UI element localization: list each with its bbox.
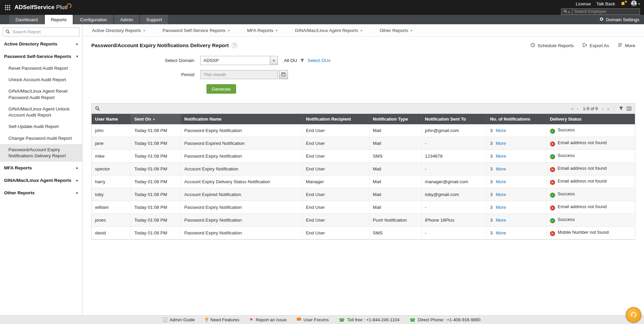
more-link[interactable]: More [496,154,506,159]
sidebar-item-unlock-account-audit-report[interactable]: Unlock Account Audit Report [0,74,82,86]
export-as-button[interactable]: Export As [582,43,609,48]
schedule-reports-button[interactable]: Schedule Reports [530,43,574,48]
topnav-other-reports[interactable]: Other Reports [380,28,412,33]
column-header-notification-type[interactable]: Notification Type [369,114,421,124]
ou-cluster: All OU Select OUs [284,58,330,63]
first-page-icon[interactable] [571,106,574,111]
calendar-button[interactable] [279,70,288,79]
cell-delivery-status: Success [546,150,635,163]
filter-icon[interactable] [619,106,623,111]
all-ou-label: All OU [284,58,297,63]
more-link[interactable]: More [496,128,506,133]
tab-support[interactable]: Support [140,15,168,24]
cell-sent-on: Today 01:08 PM [131,201,181,214]
select-domain-label: Select Domain [91,58,200,63]
cell-notification-name: Password Expiry Notification [181,150,302,163]
cell-user-name: john [92,124,131,137]
sidebar-section-mfa-reports[interactable]: MFA Reports [0,162,82,174]
sidebar-item-gina-mac-linux-agent-reset-password-audit-report[interactable]: GINA/Mac/Linux Agent Reset Password Audi… [0,86,82,103]
delivery-status-text: Success [558,217,575,222]
footer-link-direct-phone[interactable]: Direct Phone : +1-408-916-9890 [410,317,481,322]
column-header-user-name[interactable]: User Name [92,114,131,124]
cell-notification-type: SMS [369,150,421,163]
headset-icon [630,310,638,320]
column-header-label: Notification Type [373,117,408,122]
domain-select[interactable]: ADSSP [200,56,278,65]
sidebar-section-gina-mac-linux-agent-reports[interactable]: GINA/Mac/Linux Agent Reports [0,174,82,187]
sidebar-item-self-update-audit-report[interactable]: Self-Update Audit Report [0,121,82,132]
cell-notification-recipient: End User [302,163,369,175]
footer-link-report-an-issue[interactable]: Report an Issue [250,317,287,322]
more-button[interactable]: More [618,43,635,48]
tab-reports[interactable]: Reports [45,15,73,24]
column-header-delivery-status[interactable]: Delivery Status [546,114,635,124]
employee-search-input[interactable] [572,9,640,14]
header-left: ADSelfService Plus [5,4,72,11]
more-link[interactable]: More [496,141,506,146]
table-search-icon[interactable] [95,106,100,111]
report-search-input[interactable] [3,27,79,36]
cell-sent-on: Today 01:08 PM [131,150,181,163]
tab-admin[interactable]: Admin [114,15,139,24]
footer-link-admin-guide[interactable]: Admin Guide [163,317,195,322]
footer-links: Admin GuideNeed FeaturesReport an IssueU… [163,317,480,322]
more-link[interactable]: More [496,192,506,197]
more-link[interactable]: More [496,230,506,235]
help-icon[interactable] [232,43,237,48]
cell-notification-count: 3More [487,163,546,175]
sidebar-section-other-reports[interactable]: Other Reports [0,187,82,199]
footer-link-toll-free[interactable]: Toll free : +1-844-245-1104 [339,317,399,322]
topnav-gina-mac-linux-agent-reports[interactable]: GINA/Mac/Linux Agent Reports [295,28,362,33]
more-link[interactable]: More [496,218,506,223]
more-link[interactable]: More [496,179,506,184]
column-chooser-icon[interactable] [626,106,632,111]
generate-button[interactable]: Generate [206,84,236,94]
tab-dashboard[interactable]: Dashboard [9,15,44,24]
column-header-no-of-notifications[interactable]: No. of Notifications [487,114,546,124]
sidebar-item-gina-mac-linux-agent-unlock-account-audit-report[interactable]: GINA/Mac/Linux Agent Unlock Account Audi… [0,103,82,121]
license-link[interactable]: License [576,1,591,6]
apps-grid-icon[interactable] [5,5,10,10]
search-scope-dropdown[interactable] [561,9,572,14]
domain-select-value: ADSSP [201,58,270,63]
export-as-label: Export As [589,43,609,48]
column-header-sent-on[interactable]: Sent On [131,114,181,124]
notifications-bell-icon[interactable] [620,1,625,6]
tab-configuration[interactable]: Configuration [74,15,113,24]
period-input[interactable] [200,70,278,79]
domain-settings-button[interactable]: Domain Settings [599,15,639,24]
more-link[interactable]: More [496,166,506,171]
topnav-password-self-service-reports[interactable]: Password Self-Service Reports [163,28,230,33]
topnav-active-directory-reports[interactable]: Active Directory Reports [92,28,145,33]
column-header-notification-name[interactable]: Notification Name [181,114,302,124]
sidebar-item-change-password-audit-report[interactable]: Change Password Audit Report [0,133,82,144]
column-header-label: Notification Sent To [425,117,466,122]
talkback-link[interactable]: Talk Back [596,1,615,6]
sidebar-section-password-self-service-reports[interactable]: Password Self-Service Reports [0,50,82,63]
more-link[interactable]: More [496,205,506,210]
footer-link-user-forums[interactable]: User Forums [297,317,329,322]
footer-link-need-features[interactable]: Need Features [205,317,239,322]
support-chat-button[interactable] [626,307,641,323]
column-header-notification-recipient[interactable]: Notification Recipient [302,114,369,124]
ou-filter-icon[interactable] [300,58,304,63]
prev-page-icon[interactable] [577,106,579,111]
user-menu[interactable] [631,0,640,7]
sidebar-item-reset-password-audit-report[interactable]: Reset Password Audit Report [0,63,82,74]
notification-count: 3 [490,128,493,133]
cell-notification-count: 3More [487,227,546,239]
sidebar-section-label: Other Reports [4,190,35,195]
cell-notification-recipient: End User [302,137,369,150]
next-page-icon[interactable] [602,106,604,111]
topnav-mfa-reports[interactable]: MFA Reports [247,28,277,33]
last-page-icon[interactable] [607,106,610,111]
sidebar-item-password-account-expiry-notifications-delivery-report[interactable]: Password/Account Expiry Notifications De… [0,144,82,162]
notification-count: 3 [490,154,493,159]
cell-user-name: mike [92,150,131,163]
select-ous-link[interactable]: Select OUs [308,58,330,63]
sidebar-section-active-directory-reports[interactable]: Active Directory Reports [0,38,82,50]
column-header-notification-sent-to[interactable]: Notification Sent To [421,114,487,124]
cell-notification-sent-to: toby@gmail.com [421,188,487,201]
cell-notification-sent-to: 1234678 [421,150,487,163]
column-header-label: User Name [95,117,118,122]
